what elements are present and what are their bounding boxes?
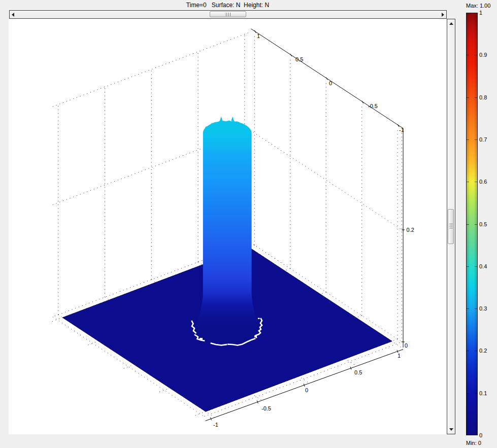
svg-text:0: 0 (405, 342, 408, 349)
svg-text:-0.5: -0.5 (261, 405, 271, 411)
svg-text:-1: -1 (213, 422, 218, 428)
svg-text:1: 1 (397, 353, 401, 359)
svg-text:0.2: 0.2 (407, 227, 414, 233)
svg-text:1: 1 (257, 33, 260, 39)
svg-text:0.5: 0.5 (295, 56, 303, 62)
svg-text:0.5: 0.5 (354, 369, 362, 375)
svg-text:0: 0 (305, 387, 308, 393)
svg-text:0: 0 (329, 80, 332, 86)
svg-text:-1: -1 (399, 127, 404, 133)
svg-text:-0.5: -0.5 (368, 103, 378, 109)
